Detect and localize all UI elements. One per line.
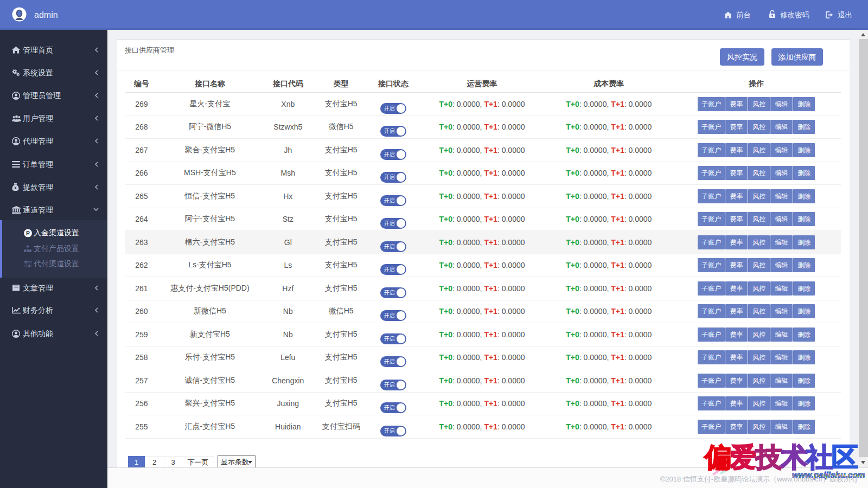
svg-text:P: P: [26, 230, 30, 236]
svg-text:¥: ¥: [15, 186, 17, 190]
